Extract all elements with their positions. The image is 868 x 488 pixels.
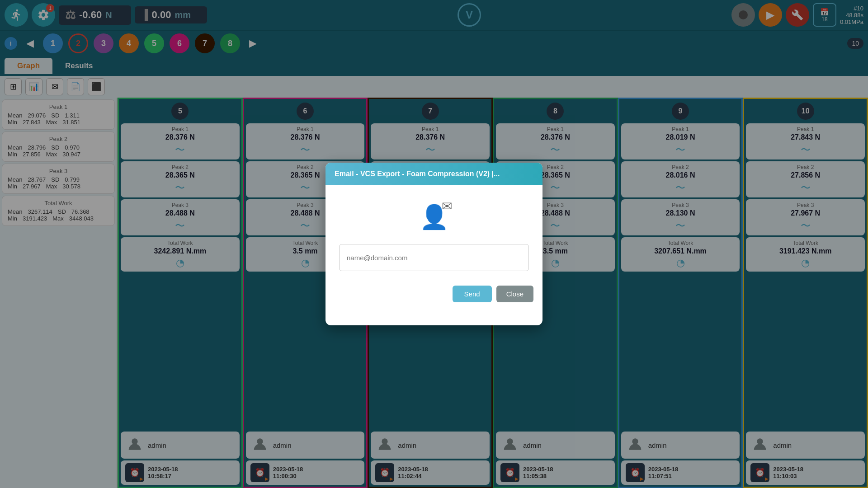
modal-box: Email - VCS Export - Foam Compression (V… xyxy=(326,163,542,325)
modal-overlay: Email - VCS Export - Foam Compression (V… xyxy=(0,0,868,488)
email-input[interactable] xyxy=(339,244,529,271)
modal-header: Email - VCS Export - Foam Compression (V… xyxy=(326,163,542,185)
modal-body: 👤 ✉ xyxy=(326,185,542,280)
email-icon-area: 👤 ✉ xyxy=(416,199,452,235)
modal-footer: Send Close xyxy=(326,280,542,311)
close-button[interactable]: Close xyxy=(496,286,533,302)
send-button[interactable]: Send xyxy=(453,286,492,302)
envelope-icon: ✉ xyxy=(442,199,452,214)
